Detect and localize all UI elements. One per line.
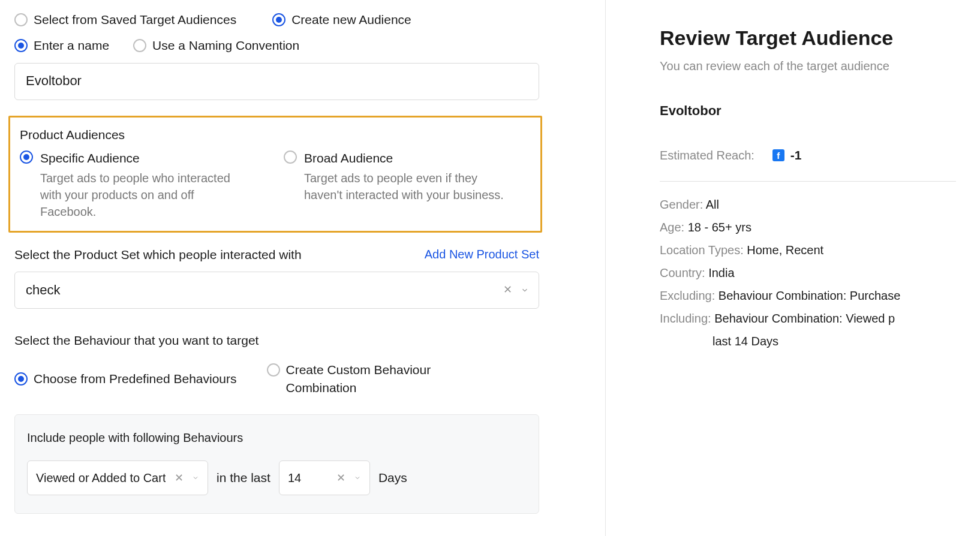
review-title: Review Target Audience — [660, 24, 956, 53]
radio-icon — [14, 13, 28, 26]
select-value: 14 — [288, 469, 301, 486]
divider — [660, 181, 956, 182]
radio-saved-audiences[interactable]: Select from Saved Target Audiences — [14, 11, 236, 28]
radio-label: Choose from Predefined Behaviours — [34, 370, 237, 387]
clear-icon[interactable]: ✕ — [503, 282, 512, 297]
radio-label: Create Custom Behaviour Combination — [286, 361, 442, 396]
select-value: check — [26, 281, 60, 300]
kv-location-types: Location Types: Home, Recent — [660, 242, 956, 258]
clear-icon[interactable]: ✕ — [336, 471, 345, 486]
kv-including-line2: last 14 Days — [713, 333, 956, 350]
radio-icon — [267, 363, 280, 377]
kv-age: Age: 18 - 65+ yrs — [660, 219, 956, 236]
include-title: Include people with following Behaviours — [27, 429, 527, 446]
radio-specific-audience[interactable]: Specific Audience Target ads to people w… — [20, 149, 248, 219]
radio-create-audience[interactable]: Create new Audience — [272, 11, 411, 28]
clear-icon[interactable]: ✕ — [175, 471, 184, 486]
radio-icon — [284, 150, 297, 164]
review-subtitle: You can review each of the target audien… — [660, 58, 956, 74]
estimated-reach-label: Estimated Reach: — [660, 147, 754, 164]
radio-custom-behaviour[interactable]: Create Custom Behaviour Combination — [267, 361, 442, 396]
radio-icon — [133, 39, 146, 52]
radio-label: Create new Audience — [291, 11, 411, 28]
radio-enter-name[interactable]: Enter a name — [14, 37, 109, 54]
broad-title: Broad Audience — [304, 149, 512, 167]
product-set-select[interactable]: check ✕ — [14, 272, 539, 309]
chevron-down-icon — [192, 474, 199, 481]
specific-title: Specific Audience — [40, 149, 248, 167]
radio-icon — [272, 13, 285, 26]
radio-label: Select from Saved Target Audiences — [34, 11, 236, 28]
days-select[interactable]: 14 ✕ — [279, 460, 370, 495]
product-audiences-box: Product Audiences Specific Audience Targ… — [8, 116, 542, 233]
facebook-icon: f — [772, 149, 784, 161]
radio-label: Use a Naming Convention — [152, 37, 299, 54]
review-panel: Review Target Audience You can review ea… — [606, 0, 980, 536]
radio-icon — [14, 372, 28, 386]
input-value: Evoltobor — [26, 72, 82, 91]
estimated-reach-value: -1 — [790, 146, 802, 164]
radio-predefined-behaviours[interactable]: Choose from Predefined Behaviours — [14, 370, 237, 387]
days-suffix: Days — [378, 469, 407, 486]
behaviour-select[interactable]: Viewed or Added to Cart ✕ — [27, 460, 208, 495]
specific-desc: Target ads to people who interacted with… — [40, 170, 248, 220]
radio-label: Enter a name — [34, 37, 109, 54]
kv-including: Including: Behaviour Combination: Viewed… — [660, 310, 956, 327]
chevron-down-icon — [521, 286, 529, 294]
kv-excluding: Excluding: Behaviour Combination: Purcha… — [660, 287, 956, 304]
radio-broad-audience[interactable]: Broad Audience Target ads to people even… — [284, 149, 512, 219]
select-value: Viewed or Added to Cart — [36, 469, 166, 486]
include-behaviours-box: Include people with following Behaviours… — [14, 414, 539, 514]
kv-country: Country: India — [660, 264, 956, 281]
product-set-label: Select the Product Set which people inte… — [14, 246, 302, 263]
main-form: Select from Saved Target Audiences Creat… — [0, 0, 606, 536]
product-audiences-heading: Product Audiences — [20, 126, 531, 143]
behaviour-label: Select the Behaviour that you want to ta… — [14, 332, 591, 349]
broad-desc: Target ads to people even if they haven'… — [304, 170, 512, 203]
audience-name-input[interactable]: Evoltobor — [14, 63, 539, 100]
in-the-last-label: in the last — [217, 469, 270, 486]
radio-naming-convention[interactable]: Use a Naming Convention — [133, 37, 299, 54]
add-product-set-link[interactable]: Add New Product Set — [425, 246, 539, 263]
radio-icon — [14, 39, 28, 52]
chevron-down-icon — [354, 474, 361, 481]
radio-icon — [20, 150, 33, 164]
kv-gender: Gender: All — [660, 196, 956, 213]
review-audience-name: Evoltobor — [660, 102, 956, 121]
